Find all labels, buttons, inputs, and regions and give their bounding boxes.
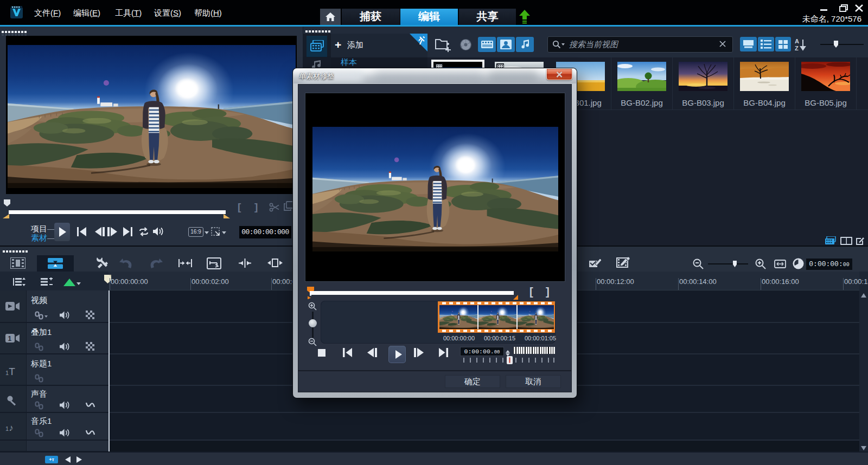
svg-text:1: 1 bbox=[8, 334, 12, 342]
svg-text:Z: Z bbox=[795, 45, 799, 51]
svg-text:A: A bbox=[795, 38, 799, 44]
